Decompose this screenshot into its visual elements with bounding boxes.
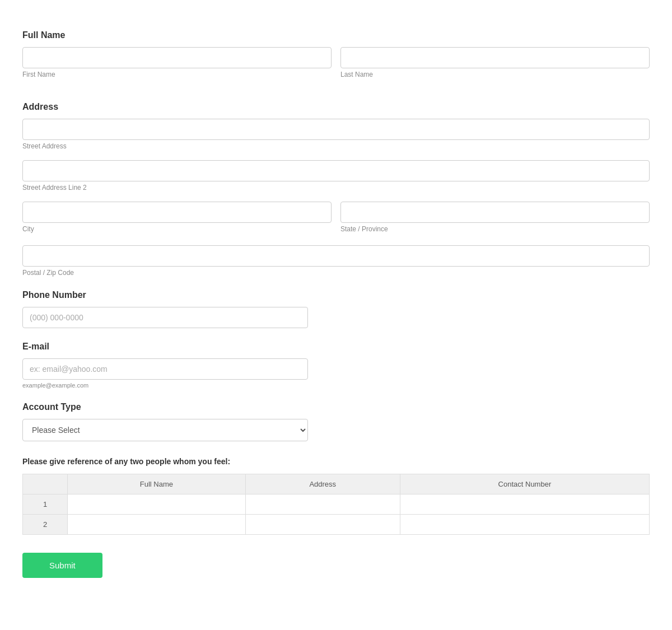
postal-input[interactable] [22,245,650,267]
reference-label: Please give reference of any two people … [22,457,650,466]
email-input[interactable] [22,358,308,380]
table-header-empty [23,474,68,494]
phone-input[interactable] [22,307,308,328]
city-label: City [22,225,332,233]
lastname-label: Last Name [340,71,650,78]
table-row1-num: 1 [23,494,68,515]
firstname-input[interactable] [22,47,332,68]
account-type-select[interactable]: Please Select Personal Business [22,419,308,441]
street2-label: Street Address Line 2 [22,184,650,192]
address-title: Address [22,102,650,112]
table-row: 1 [23,494,650,515]
table-row2-num: 2 [23,515,68,535]
street-address-input[interactable] [22,119,650,140]
table-row1-fullname[interactable] [68,494,246,515]
table-row1-contact[interactable] [400,494,649,515]
table-row: 2 [23,515,650,535]
lastname-input[interactable] [340,47,650,68]
street-address2-input[interactable] [22,160,650,181]
table-row1-address[interactable] [245,494,400,515]
city-input[interactable] [22,202,332,223]
table-col-address: Address [245,474,400,494]
firstname-label: First Name [22,71,332,78]
fullname-title: Full Name [22,30,650,40]
email-title: E-mail [22,342,650,352]
state-label: State / Province [340,225,650,233]
table-row2-contact[interactable] [400,515,649,535]
account-type-title: Account Type [22,402,650,412]
phone-title: Phone Number [22,290,650,300]
postal-label: Postal / Zip Code [22,269,650,277]
table-col-contact: Contact Number [400,474,649,494]
state-input[interactable] [340,202,650,223]
submit-button[interactable]: Submit [22,553,102,578]
street-label: Street Address [22,142,650,150]
reference-table: Full Name Address Contact Number 1 2 [22,474,650,535]
email-hint: example@example.com [22,382,308,389]
table-row2-fullname[interactable] [68,515,246,535]
table-row2-address[interactable] [245,515,400,535]
table-col-fullname: Full Name [68,474,246,494]
